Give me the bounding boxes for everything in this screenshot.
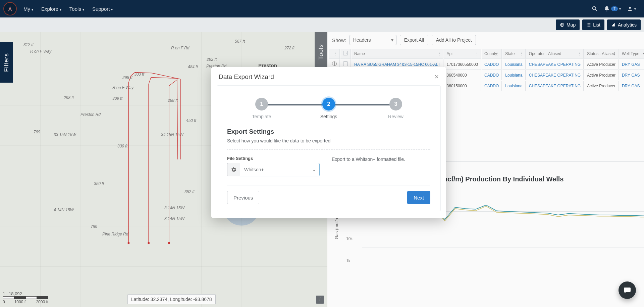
next-button[interactable]: Next [407,191,430,204]
step-review[interactable]: 3Review [362,98,429,119]
file-format-select[interactable]: Whitson+ [240,163,320,176]
file-format-desc: Export to a Whitson+ formatted file. [332,156,405,176]
section-title: Export Settings [227,128,430,135]
chat-bubble-icon[interactable] [619,281,636,299]
file-settings-label: File Settings [227,156,320,161]
export-wizard-modal: Data Export Wizard × 1Template 2Settings… [211,67,446,218]
wizard-stepper: 1Template 2Settings 3Review [227,98,430,119]
step-template[interactable]: 1Template [228,98,295,119]
close-icon[interactable]: × [434,73,439,81]
section-subtitle: Select how you would like the data to be… [227,138,430,143]
previous-button[interactable]: Previous [227,191,259,204]
modal-title: Data Export Wizard [219,73,274,81]
step-settings[interactable]: 2Settings [295,98,362,119]
gear-icon[interactable] [227,163,240,176]
